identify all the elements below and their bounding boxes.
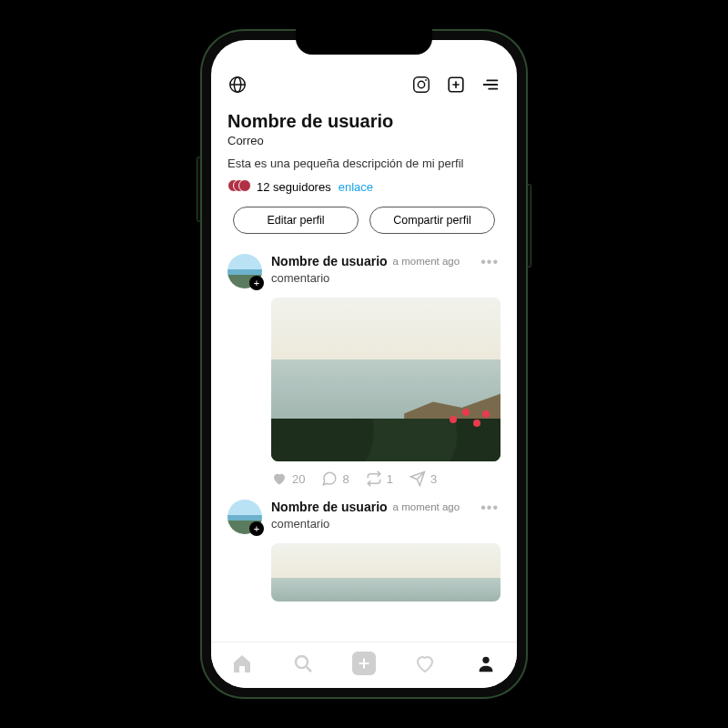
reply-count: 8 [342,472,349,486]
post-image[interactable] [271,543,500,602]
post-timestamp: a moment ago [393,256,460,267]
menu-icon[interactable] [480,75,500,95]
phone-frame: Nombre de usuario Correo Esta es una peq… [200,29,528,699]
globe-icon[interactable] [228,75,248,95]
post-image[interactable] [271,298,500,461]
nav-search[interactable] [291,652,315,675]
followers-avatars-icon [228,179,249,194]
nav-home[interactable] [230,652,254,675]
post: + Nombre de usuario a moment ago comenta… [228,500,500,602]
svg-rect-2 [414,77,430,93]
add-post-icon[interactable] [446,75,466,95]
screen: Nombre de usuario Correo Esta es una peq… [211,40,517,688]
post-header: + Nombre de usuario a moment ago comenta… [228,254,500,288]
post-author[interactable]: Nombre de usuario [271,500,388,514]
svg-point-4 [425,79,427,81]
share-profile-button[interactable]: Compartir perfil [369,207,495,234]
feed: + Nombre de usuario a moment ago comenta… [228,254,500,602]
create-icon [352,652,376,675]
nav-activity[interactable] [413,652,437,675]
edit-profile-button[interactable]: Editar perfil [233,207,359,234]
post: + Nombre de usuario a moment ago comenta… [228,254,500,487]
send-icon [410,470,426,487]
svg-point-6 [296,656,308,668]
followers-row: 12 seguidores enlace [228,179,500,194]
send-button[interactable]: 3 [410,470,437,487]
repost-icon [366,470,382,487]
repost-button[interactable]: 1 [366,470,393,487]
device-notch [296,29,432,55]
nav-profile[interactable] [474,652,498,675]
person-icon [476,653,496,673]
post-more-icon[interactable]: ••• [479,254,500,270]
top-bar [211,60,517,102]
instagram-icon[interactable] [411,75,431,95]
follow-badge-icon[interactable]: + [249,276,264,290]
follow-badge-icon[interactable]: + [249,521,264,536]
post-author[interactable]: Nombre de usuario [271,254,388,268]
like-button[interactable]: 20 [271,470,305,487]
post-avatar[interactable]: + [228,254,262,288]
svg-point-3 [418,81,424,87]
heart-icon [271,470,288,487]
post-timestamp: a moment ago [393,501,460,512]
like-count: 20 [292,472,305,486]
repost-count: 1 [387,472,393,486]
content-area: Nombre de usuario Correo Esta es una peq… [211,102,517,642]
post-caption: comentario [271,271,470,285]
post-caption: comentario [271,517,470,531]
profile-bio: Esta es una pequeña descripción de mi pe… [228,157,500,170]
reply-button[interactable]: 8 [321,470,349,487]
post-more-icon[interactable]: ••• [479,500,500,516]
engagement-row: 20 8 1 [271,470,500,487]
send-count: 3 [430,472,437,486]
profile-link[interactable]: enlace [339,180,373,194]
post-header: + Nombre de usuario a moment ago comenta… [228,500,500,534]
bottom-nav [211,642,517,688]
search-icon [292,652,314,674]
heart-outline-icon [414,652,436,674]
followers-count[interactable]: 12 seguidores [257,180,331,194]
post-avatar[interactable]: + [228,500,262,534]
nav-create[interactable] [352,652,376,675]
profile-action-row: Editar perfil Compartir perfil [228,207,500,234]
profile-username: Nombre de usuario [228,111,500,132]
svg-point-7 [483,657,490,663]
profile-email: Correo [228,134,500,147]
reply-icon [321,470,338,487]
home-icon [231,652,253,674]
